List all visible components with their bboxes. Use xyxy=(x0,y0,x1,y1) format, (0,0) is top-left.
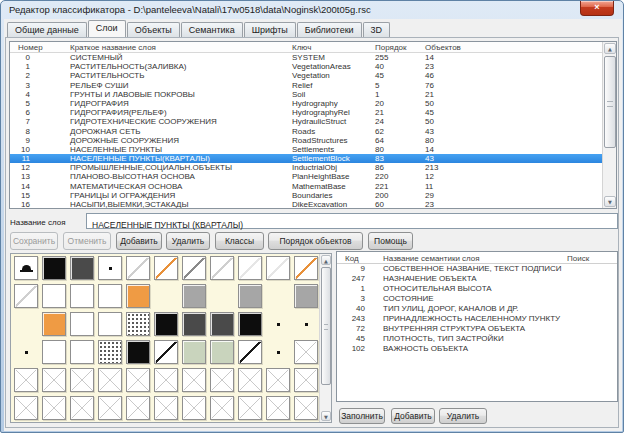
layer-row[interactable]: 13ПЛАНОВО-ВЫСОТНАЯ ОСНОВАPlanHeightBase2… xyxy=(10,172,616,181)
semantic-row[interactable]: 45ПЛОТНОСТЬ, ТИП ЗАСТРОЙКИ xyxy=(337,334,617,344)
palette-cell-cross[interactable] xyxy=(98,396,122,420)
col-header-number[interactable]: Номер xyxy=(18,43,43,52)
palette-cell-cross[interactable] xyxy=(294,340,318,364)
help-button[interactable]: Помощь xyxy=(368,232,413,250)
scroll-up-icon[interactable]: ▲ xyxy=(604,43,616,54)
close-button[interactable]: × xyxy=(580,1,614,16)
semantic-row[interactable]: 1ОТНОСИТЕЛЬНАЯ ВЫСОТА xyxy=(337,284,617,294)
palette-cell-cross[interactable] xyxy=(210,368,234,392)
palette-cell-diag-faint[interactable] xyxy=(266,256,290,280)
title-bar[interactable]: Редактор классификатора - D:\panteleeva\… xyxy=(1,1,623,19)
layer-row[interactable]: 16НАСЫПИ,ВЫЕМКИ,ЭСТАКАДЫDikeExcavation60… xyxy=(10,200,616,209)
palette-scroll-down-icon[interactable]: ▼ xyxy=(321,411,331,421)
palette-cell-green[interactable] xyxy=(210,340,234,364)
save-button[interactable]: Сохранить xyxy=(10,232,58,250)
tab-item[interactable]: Семантика xyxy=(181,22,243,37)
classes-button[interactable]: Классы xyxy=(215,232,264,250)
palette-cell-dotplain[interactable] xyxy=(266,340,290,364)
palette-cell-diag-black[interactable] xyxy=(154,340,178,364)
palette-cell-cross[interactable] xyxy=(70,368,94,392)
palette-scrollbar[interactable]: ▲ ▼ xyxy=(319,254,331,422)
palette-cell-mound[interactable] xyxy=(14,256,38,280)
semantic-row[interactable]: 247НАЗНАЧЕНИЕ ОБЪЕКТА xyxy=(337,274,617,284)
layer-row[interactable]: 10НАСЕЛЕННЫЕ ПУНКТЫSettlements8014 xyxy=(10,145,616,154)
layers-table-scrollbar[interactable]: ▲ ▼ xyxy=(602,42,616,208)
layer-row[interactable]: 2РАСТИТЕЛЬНОСТЬVegetation4546 xyxy=(10,71,616,80)
palette-cell-darkgray[interactable] xyxy=(182,312,206,336)
layer-row[interactable]: 11НАСЕЛЕННЫЕ ПУНКТЫ(КВАРТАЛЫ)SettlementB… xyxy=(10,154,616,163)
delete-layer-button[interactable]: Удалить xyxy=(166,232,210,250)
scroll-thumb[interactable] xyxy=(604,56,616,148)
palette-cell-gray[interactable] xyxy=(294,284,318,308)
layer-row[interactable]: 9ДОРОЖНЫЕ СООРУЖЕНИЯRoadStructures6480 xyxy=(10,136,616,145)
palette-cell-dots[interactable] xyxy=(126,312,150,336)
palette-cell-darkgray[interactable] xyxy=(210,312,234,336)
palette-cell-cross[interactable] xyxy=(266,396,290,420)
palette-cell-green[interactable] xyxy=(182,340,206,364)
layer-row[interactable]: 7ГИДРОТЕХНИЧЕСКИЕ СООРУЖЕНИЯHydraulicStr… xyxy=(10,117,616,126)
palette-cell-cross[interactable] xyxy=(294,396,318,420)
semantic-row[interactable]: 9СОБСТВЕННОЕ НАЗВАНИЕ, ТЕКСТ ПОДПИСИ xyxy=(337,264,617,274)
palette-cell-blank[interactable] xyxy=(210,284,234,308)
palette-cell-cross[interactable] xyxy=(182,396,206,420)
semantic-row[interactable]: 40ТИП УЛИЦ, ДОРОГ, КАНАЛОВ И ДР. xyxy=(337,304,617,314)
palette-cell-cross[interactable] xyxy=(294,368,318,392)
palette-cell-diag-faint[interactable] xyxy=(238,256,262,280)
palette-cell-black[interactable] xyxy=(238,312,262,336)
palette-cell-cross[interactable] xyxy=(238,368,262,392)
palette-scroll-thumb[interactable] xyxy=(321,267,331,385)
layer-row[interactable]: 6ГИДРОГРАФИЯ(РЕЛЬЕФ)HydrographyRel2145 xyxy=(10,108,616,117)
palette-cell-blank[interactable] xyxy=(266,284,290,308)
tab-item[interactable]: Объекты xyxy=(127,22,180,37)
palette-cell-dotplain[interactable] xyxy=(294,312,318,336)
object-order-button[interactable]: Порядок объектов xyxy=(268,232,363,250)
palette-cell-white[interactable] xyxy=(98,284,122,308)
palette-cell-black[interactable] xyxy=(42,256,66,280)
layer-row[interactable]: 8ДОРОЖНАЯ СЕТЬRoads6243 xyxy=(10,127,616,136)
palette-cell-white[interactable] xyxy=(98,312,122,336)
cancel-button[interactable]: Отменить xyxy=(63,232,111,250)
palette-cell-darkgray[interactable] xyxy=(70,256,94,280)
tab-item[interactable]: Общие данные xyxy=(7,22,87,37)
palette-cell-dot[interactable] xyxy=(98,256,122,280)
palette-cell-black[interactable] xyxy=(126,340,150,364)
tab-item[interactable]: Библиотеки xyxy=(297,22,362,37)
palette-cell-cross[interactable] xyxy=(70,396,94,420)
palette-scroll-up-icon[interactable]: ▲ xyxy=(321,255,331,265)
semantic-row[interactable]: 102ВАЖНОСТЬ ОБЪЕКТА xyxy=(337,344,617,354)
tab-item[interactable]: 3D xyxy=(363,22,391,37)
palette-cell-cross[interactable] xyxy=(14,368,38,392)
tab-item[interactable]: Шрифты xyxy=(244,22,296,37)
palette-cell-diag-light[interactable] xyxy=(14,284,38,308)
layer-row[interactable]: 12ПРОМЫШЛЕННЫЕ,СОЦИАЛЬН.ОБЪЕКТЫInductria… xyxy=(10,163,616,172)
palette-cell-black[interactable] xyxy=(154,312,178,336)
palette-cell-diag-black[interactable] xyxy=(238,340,262,364)
palette-cell-cross[interactable] xyxy=(42,396,66,420)
layer-row[interactable]: 14МАТЕМАТИЧЕСКАЯ ОСНОВАMathematBase22111 xyxy=(10,182,616,191)
semantic-row[interactable]: 72ВНУТРЕННЯЯ СТРУКТУРА ОБЪЕКТА xyxy=(337,324,617,334)
palette-cell-gray[interactable] xyxy=(238,284,262,308)
palette-cell-orange[interactable] xyxy=(42,312,66,336)
scroll-down-icon[interactable]: ▼ xyxy=(604,196,616,207)
palette-cell-cross[interactable] xyxy=(210,396,234,420)
palette-cell-blank[interactable] xyxy=(14,312,38,336)
palette-cell-cross[interactable] xyxy=(154,396,178,420)
tab-item[interactable]: Слои xyxy=(88,20,126,37)
palette-cell-cross[interactable] xyxy=(238,396,262,420)
palette-cell-dotplain[interactable] xyxy=(14,340,38,364)
palette-cell-cross[interactable] xyxy=(98,368,122,392)
palette-cell-dots[interactable] xyxy=(98,340,122,364)
palette-cell-cross[interactable] xyxy=(126,368,150,392)
layer-row[interactable]: 4ГРУНТЫ И ЛАВОВЫЕ ПОКРОВЫSoil121 xyxy=(10,90,616,99)
palette-cell-blank[interactable] xyxy=(154,284,178,308)
semantics-delete-button[interactable]: Удалить xyxy=(439,408,487,424)
layer-row[interactable]: 0СИСТЕМНЫЙSYSTEM25514 xyxy=(10,53,616,62)
palette-cell-diag-gray[interactable] xyxy=(182,256,206,280)
add-layer-button[interactable]: Добавить xyxy=(116,232,162,250)
palette-cell-cross[interactable] xyxy=(266,368,290,392)
palette-cell-cross[interactable] xyxy=(154,368,178,392)
palette-cell-cross[interactable] xyxy=(42,368,66,392)
palette-cell-diag-light[interactable] xyxy=(210,256,234,280)
palette-cell-cross[interactable] xyxy=(126,396,150,420)
palette-cell-white[interactable] xyxy=(42,340,66,364)
